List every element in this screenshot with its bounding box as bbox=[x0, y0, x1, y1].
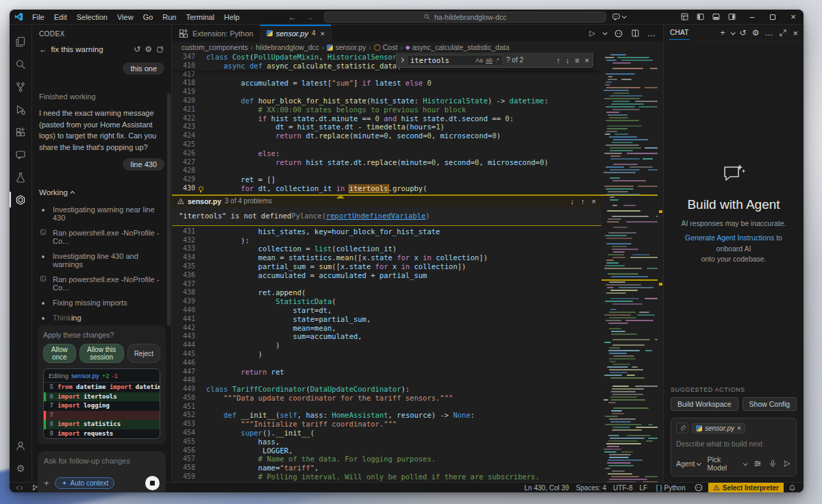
code-line[interactable]: 459 # Polling interval. Will only be pol… bbox=[172, 473, 601, 481]
stop-button[interactable] bbox=[145, 476, 160, 490]
code-line[interactable]: 441 state=partial_sum, bbox=[172, 315, 601, 324]
gear-icon[interactable]: ⚙ bbox=[145, 45, 152, 54]
code-line[interactable]: 418 accumulated = latest["sum"] if lates… bbox=[172, 79, 601, 88]
code-line[interactable]: 438 ret.append( bbox=[172, 288, 601, 297]
code-line[interactable]: 436 accumulated = accumulated + partial_… bbox=[172, 271, 601, 280]
code-line[interactable]: 448 bbox=[172, 376, 601, 385]
layout-sidebar-right-icon[interactable] bbox=[727, 12, 736, 21]
back-icon[interactable]: ← bbox=[288, 12, 297, 22]
code-line[interactable]: 443 sum=accumulated, bbox=[172, 332, 601, 341]
lightbulb-icon[interactable] bbox=[195, 184, 206, 193]
add-context-icon[interactable]: + bbox=[44, 478, 49, 488]
status-item[interactable]: Spaces: 4 bbox=[573, 483, 610, 493]
auto-context-pill[interactable]: Auto context bbox=[55, 477, 115, 489]
working-item[interactable]: Fixing missing imports bbox=[39, 295, 164, 310]
code-line[interactable]: 425 bbox=[172, 140, 601, 149]
breadcrumb-item[interactable]: ◆async_calculate_statistic_data bbox=[406, 43, 510, 51]
code-line[interactable]: 457 # Name of the data. For logging purp… bbox=[172, 455, 601, 464]
gear-icon[interactable]: ⚙ bbox=[752, 28, 760, 38]
maximize-icon[interactable] bbox=[762, 10, 783, 25]
select-interpreter-badge[interactable]: Select Interpreter bbox=[708, 483, 784, 493]
code-line[interactable]: 445 ) bbox=[172, 350, 601, 359]
chevron-down-icon[interactable] bbox=[603, 32, 606, 35]
allow-session-button[interactable]: Allow this session bbox=[79, 344, 124, 363]
activity-settings-gear-icon[interactable]: ⚙ bbox=[10, 457, 32, 479]
add-icon[interactable]: + bbox=[721, 28, 725, 38]
minimap[interactable] bbox=[601, 53, 658, 482]
context-chip[interactable]: sensor.py × bbox=[692, 423, 745, 433]
voice-icon[interactable] bbox=[769, 459, 777, 468]
menu-item-view[interactable]: View bbox=[112, 10, 138, 25]
menu-item-run[interactable]: Run bbox=[158, 10, 181, 25]
whole-word-toggle[interactable]: ab bbox=[486, 57, 493, 64]
send-icon[interactable] bbox=[783, 459, 791, 468]
close-icon[interactable]: × bbox=[585, 56, 589, 64]
code-line[interactable]: 429 ret = [] bbox=[172, 175, 601, 184]
find-in-selection-icon[interactable]: ≡ bbox=[575, 56, 579, 64]
menu-item-terminal[interactable]: Terminal bbox=[182, 10, 220, 25]
status-item[interactable]: UTF-8 bbox=[610, 483, 636, 493]
code-line[interactable]: 440 start=dt, bbox=[172, 306, 601, 315]
model-picker-dropdown[interactable]: Pick Model bbox=[707, 455, 747, 472]
working-item[interactable]: Investigating line 430 and warnings bbox=[39, 249, 164, 272]
run-icon[interactable]: ▷ bbox=[590, 29, 595, 38]
code-line[interactable]: 427 return hist_state.dt.replace(minute=… bbox=[172, 158, 601, 167]
code-line[interactable]: 450 """Data update coordinator for the t… bbox=[172, 394, 601, 403]
working-item[interactable]: Ran powershell.exe -NoProfile -Co... bbox=[39, 225, 164, 249]
previous-match-icon[interactable]: ↑ bbox=[556, 56, 560, 64]
code-line[interactable]: 424 return dt.replace(minute=0, second=0… bbox=[172, 131, 601, 140]
match-case-toggle[interactable]: Aa bbox=[475, 57, 483, 64]
show-config-button[interactable]: Show Config bbox=[743, 397, 797, 411]
breadcrumb-item[interactable]: hildebrandglow_dcc bbox=[256, 43, 319, 51]
code-line[interactable]: 426 else: bbox=[172, 149, 601, 158]
attach-icon[interactable] bbox=[676, 423, 688, 433]
code-line[interactable]: 447 return ret bbox=[172, 368, 601, 377]
activity-test-beaker-icon[interactable] bbox=[10, 166, 32, 188]
status-item[interactable]: LF bbox=[636, 483, 651, 493]
copilot-icon[interactable] bbox=[614, 29, 623, 38]
history-icon[interactable]: ↺ bbox=[740, 28, 747, 38]
forward-icon[interactable]: → bbox=[306, 12, 314, 22]
activity-chat-icon[interactable] bbox=[10, 143, 32, 166]
code-line[interactable]: 433 collection = list(collection_it) bbox=[172, 244, 601, 253]
code-line[interactable]: 444 ) bbox=[172, 341, 601, 350]
activity-files-icon[interactable] bbox=[10, 30, 32, 53]
sidebar-scrollbar[interactable] bbox=[167, 93, 171, 326]
code-line[interactable]: 451 bbox=[172, 403, 601, 412]
arrow-up-icon[interactable]: ↑ bbox=[581, 197, 585, 205]
layout-panel-icon[interactable] bbox=[712, 12, 721, 21]
activity-codex-icon[interactable] bbox=[10, 188, 32, 211]
activity-account-icon[interactable] bbox=[10, 434, 32, 457]
status-item[interactable]: Ln 430, Col 39 bbox=[521, 483, 573, 493]
new-session-icon[interactable] bbox=[156, 45, 164, 53]
chat-input[interactable]: sensor.py × Describe what to build next … bbox=[671, 418, 797, 477]
code-line[interactable]: 437 bbox=[172, 280, 601, 289]
arrow-down-icon[interactable]: ↓ bbox=[571, 197, 575, 205]
generate-instructions-link[interactable]: Generate Agent Instructions bbox=[685, 234, 774, 242]
diagnostic-link[interactable]: reportUndefinedVariable bbox=[326, 212, 425, 220]
tab-chat[interactable]: CHAT bbox=[669, 26, 690, 40]
layout-grid-icon[interactable] bbox=[680, 12, 689, 21]
back-icon[interactable]: ← bbox=[39, 45, 47, 53]
copilot-menu-button[interactable] bbox=[612, 12, 625, 21]
code-line[interactable]: 446 bbox=[172, 359, 601, 368]
command-center-search[interactable]: ha-hildebrandglow-dcc bbox=[324, 12, 606, 23]
tab-sensor-py[interactable]: sensor.py4× bbox=[260, 25, 332, 42]
tools-icon[interactable] bbox=[754, 459, 762, 468]
find-input[interactable]: itertools Aa ab .* bbox=[407, 55, 503, 66]
next-match-icon[interactable]: ↓ bbox=[566, 56, 570, 64]
code-line[interactable]: 439 StatisticData( bbox=[172, 297, 601, 306]
activity-source-control-icon[interactable] bbox=[10, 75, 32, 98]
history-icon[interactable]: ↺ bbox=[134, 45, 140, 54]
close-icon[interactable]: × bbox=[321, 29, 325, 38]
menu-item-go[interactable]: Go bbox=[138, 10, 158, 25]
close-icon[interactable]: × bbox=[783, 10, 804, 25]
code-line[interactable]: 435 partial_sum = sum([x.state for x in … bbox=[172, 262, 601, 271]
bell-icon[interactable] bbox=[785, 483, 799, 493]
menu-item-edit[interactable]: Edit bbox=[49, 10, 72, 25]
code-line[interactable]: 422 if hist_state.dt.minute == 0 and his… bbox=[172, 114, 601, 123]
chevron-right-icon[interactable] bbox=[399, 58, 404, 62]
peek-message-row[interactable]: "itertools" is not defined Pylance( repo… bbox=[172, 207, 601, 225]
code-line[interactable]: 456 _LOGGER, bbox=[172, 446, 601, 455]
copilot-status-icon[interactable] bbox=[690, 483, 707, 493]
